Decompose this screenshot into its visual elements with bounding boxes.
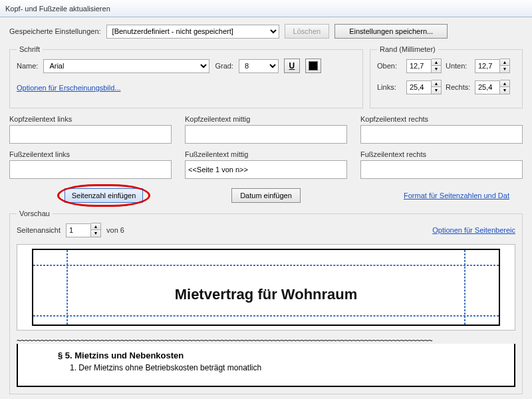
saved-settings-label: Gespeicherte Einstellungen:	[9, 27, 101, 35]
spin-down-icon[interactable]: ▼	[432, 66, 441, 72]
header-right-input[interactable]	[360, 125, 523, 144]
footer-left-input[interactable]	[9, 160, 172, 179]
font-legend: Schrift	[17, 45, 43, 53]
page-number-format-link[interactable]: Format für Seitenzahlen und Dat	[404, 192, 509, 200]
font-name-select[interactable]: Arial	[43, 59, 209, 73]
insert-date-button[interactable]: Datum einfügen	[231, 188, 301, 203]
page-view-spin[interactable]: ▲▼	[66, 223, 101, 237]
header-left-input[interactable]	[9, 125, 172, 144]
footer-right-input[interactable]	[360, 160, 523, 179]
margin-left-spin[interactable]: ▲▼	[406, 80, 442, 94]
footer-center-input[interactable]	[185, 160, 347, 179]
margin-left-label: Links:	[377, 83, 402, 91]
window-title: Kopf- und Fußzeile aktualisieren	[5, 5, 110, 13]
section-item: 1. Der Mietzins ohne Betriebskosten betr…	[70, 363, 487, 372]
color-button[interactable]	[305, 59, 321, 73]
margin-right-label: Rechts:	[446, 83, 471, 91]
appearance-options-link[interactable]: Optionen für Erscheinungsbild...	[17, 84, 121, 92]
insert-page-number-button[interactable]: Seitenzahl einfügen	[65, 188, 144, 203]
preview-legend: Vorschau	[17, 209, 53, 217]
delete-button[interactable]: Löschen	[285, 24, 330, 39]
font-name-label: Name:	[17, 62, 38, 70]
spin-up-icon[interactable]: ▲	[432, 59, 441, 66]
window-titlebar: Kopf- und Fußzeile aktualisieren	[0, 0, 532, 17]
saved-settings-select[interactable]: [Benutzerdefiniert - nicht gespeichert]	[106, 25, 279, 39]
page-view-label: Seitenansicht	[17, 226, 61, 234]
color-swatch-icon	[309, 61, 318, 70]
preview-section: § 5. Mietzins und Nebenkosten 1. Der Mie…	[17, 344, 515, 387]
header-left-label: Kopfzeilentext links	[9, 115, 172, 123]
preview-document-title: Mietvertrag für Wohnraum	[33, 286, 499, 303]
margin-fieldset: Rand (Millimeter) Oben: ▲▼ Unten: ▲▼ Lin…	[370, 45, 523, 108]
margin-legend: Rand (Millimeter)	[377, 45, 438, 53]
header-right-label: Kopfzeilentext rechts	[360, 115, 523, 123]
page-range-options-link[interactable]: Optionen für Seitenbereic	[432, 226, 515, 234]
section-divider	[17, 338, 515, 344]
header-center-input[interactable]	[185, 125, 347, 144]
page-total-label: von 6	[106, 226, 124, 234]
save-settings-button[interactable]: Einstellungen speichern...	[334, 24, 448, 39]
underline-icon: U	[289, 61, 295, 70]
preview-fieldset: Vorschau Seitenansicht ▲▼ von 6 Optionen…	[9, 209, 523, 394]
margin-top-label: Oben:	[377, 62, 402, 70]
footer-right-label: Fußzeilentext rechts	[360, 150, 523, 158]
section-heading: § 5. Mietzins und Nebenkosten	[58, 350, 487, 360]
margin-bottom-label: Unten:	[446, 62, 471, 70]
preview-canvas: Mietvertrag für Wohnraum	[17, 244, 515, 331]
font-fieldset: Schrift Name: Arial Grad: 8 U Optionen f…	[9, 45, 363, 108]
margin-top-spin[interactable]: ▲▼	[406, 59, 442, 73]
footer-left-label: Fußzeilentext links	[9, 150, 172, 158]
font-size-select[interactable]: 8	[239, 59, 279, 73]
margin-bottom-spin[interactable]: ▲▼	[475, 59, 510, 73]
underline-button[interactable]: U	[284, 59, 300, 73]
footer-center-label: Fußzeilentext mittig	[185, 150, 347, 158]
header-center-label: Kopfzeilentext mittig	[185, 115, 347, 123]
margin-right-spin[interactable]: ▲▼	[475, 80, 510, 94]
font-size-label: Grad:	[215, 62, 233, 70]
